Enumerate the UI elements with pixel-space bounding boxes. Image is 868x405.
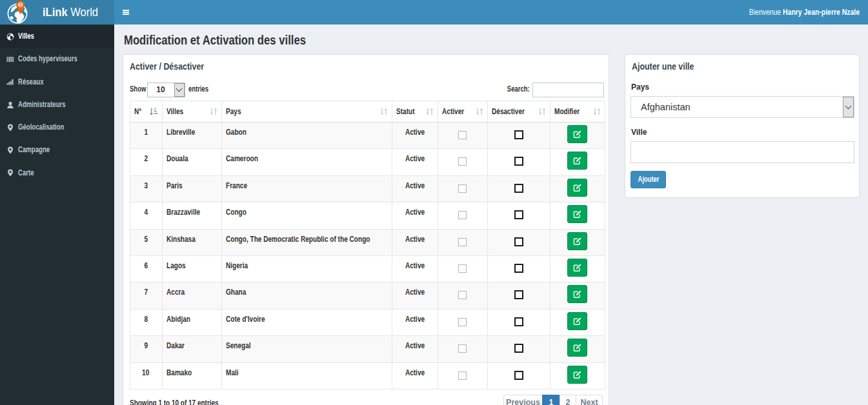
svg-text:S: S [19, 3, 23, 7]
